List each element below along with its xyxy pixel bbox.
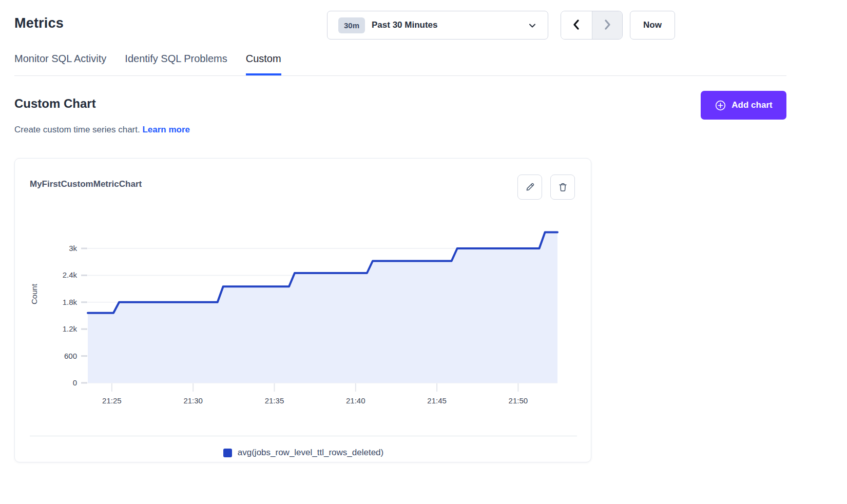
x-tick-label: 21:45 <box>427 396 447 405</box>
pencil-icon <box>525 182 535 192</box>
time-next-button[interactable] <box>592 11 623 39</box>
custom-metric-chart: 06001.2k1.8k2.4k3k21:2521:3021:3521:4021… <box>30 216 577 411</box>
learn-more-link[interactable]: Learn more <box>142 125 190 134</box>
legend-label: avg(jobs_row_level_ttl_rows_deleted) <box>238 448 383 458</box>
section-heading: Custom Chart <box>14 96 96 111</box>
time-range-label: Past 30 Minutes <box>372 20 438 30</box>
y-tick-label: 3k <box>69 244 77 253</box>
y-tick-label: 2.4k <box>63 270 78 279</box>
y-axis-title: Count <box>30 283 38 304</box>
x-tick-label: 21:50 <box>509 396 528 405</box>
legend-swatch <box>223 449 232 457</box>
metrics-page: Metrics 30m Past 30 Minutes Now Monitor … <box>0 0 847 504</box>
x-tick-label: 21:40 <box>346 396 365 405</box>
now-button[interactable]: Now <box>630 11 675 40</box>
chevron-down-icon <box>528 22 536 32</box>
section-description-text: Create custom time series chart. <box>14 125 140 134</box>
plus-circle-icon <box>715 100 726 111</box>
y-tick-label: 1.2k <box>63 324 78 333</box>
time-prev-button[interactable] <box>561 11 592 39</box>
edit-chart-button[interactable] <box>517 175 542 200</box>
time-nav-group <box>561 11 623 40</box>
x-tick-label: 21:25 <box>102 396 122 405</box>
time-range-badge: 30m <box>338 17 365 33</box>
trash-icon <box>557 182 568 192</box>
chart-legend: avg(jobs_row_level_ttl_rows_deleted) <box>30 436 577 458</box>
x-tick-label: 21:30 <box>183 396 203 405</box>
chevron-right-icon <box>602 18 612 32</box>
chart-title: MyFirstCustomMetricChart <box>30 179 142 189</box>
tab-monitor-sql-activity[interactable]: Monitor SQL Activity <box>14 53 106 75</box>
tab-identify-sql-problems[interactable]: Identify SQL Problems <box>125 53 227 75</box>
tab-custom[interactable]: Custom <box>246 53 281 75</box>
add-chart-label: Add chart <box>732 100 772 110</box>
add-chart-button[interactable]: Add chart <box>701 91 786 120</box>
y-tick-label: 1.8k <box>63 298 78 306</box>
x-tick-label: 21:35 <box>265 396 284 405</box>
metrics-tabs: Monitor SQL Activity Identify SQL Proble… <box>14 53 786 76</box>
chevron-left-icon <box>571 18 582 32</box>
series-area <box>88 232 557 383</box>
page-title: Metrics <box>14 15 64 31</box>
legend-item: avg(jobs_row_level_ttl_rows_deleted) <box>223 448 383 458</box>
y-tick-label: 600 <box>64 352 77 360</box>
custom-chart-card: MyFirstCustomMetricChart 06001.2k1.8k2.4… <box>14 158 591 462</box>
time-range-dropdown[interactable]: 30m Past 30 Minutes <box>327 11 548 40</box>
delete-chart-button[interactable] <box>550 175 575 200</box>
section-description: Create custom time series chart. Learn m… <box>14 125 190 135</box>
y-tick-label: 0 <box>73 378 77 387</box>
